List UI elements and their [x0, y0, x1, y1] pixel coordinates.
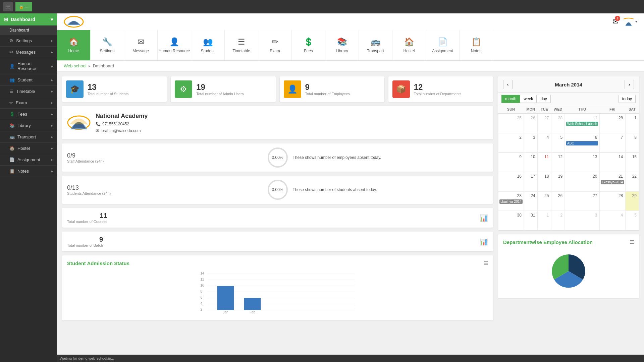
breadcrumb-root[interactable]: Web school: [64, 63, 87, 68]
mail-button[interactable]: ✉ 9: [612, 17, 619, 26]
cal-cell[interactable]: 4: [599, 211, 625, 230]
chart-menu-icon[interactable]: ☰: [484, 260, 488, 266]
cal-cell[interactable]: 19: [551, 172, 565, 191]
cal-cell[interactable]: 5: [551, 133, 565, 153]
calendar-month-button[interactable]: month: [501, 95, 520, 103]
nav-home-label: Home: [68, 49, 79, 53]
sidebar-item-library[interactable]: 📚Library ▸: [0, 120, 57, 131]
cal-cell-mar29[interactable]: 29: [625, 191, 639, 211]
sidebar-item-timetable[interactable]: ☰Timetable ▸: [0, 86, 57, 97]
nav-student[interactable]: 👥 Student: [191, 30, 225, 60]
nav-notes[interactable]: 📋 Notes: [460, 30, 493, 60]
status-bar: Waiting for demo.web-school.in...: [57, 355, 644, 362]
menu-icon[interactable]: ☰: [3, 2, 13, 11]
calendar-next-button[interactable]: ›: [625, 80, 634, 89]
nav-home[interactable]: 🏠 Home: [57, 30, 91, 60]
nav-exam-label: Exam: [270, 49, 280, 53]
sidebar-item-student[interactable]: 👥Student ▸: [0, 74, 57, 86]
cal-cell[interactable]: 16: [498, 172, 524, 191]
calendar-prev-button[interactable]: ‹: [503, 80, 513, 89]
cal-cell[interactable]: 4: [538, 133, 551, 153]
cal-cell[interactable]: 13: [565, 153, 599, 172]
sidebar-item-notes[interactable]: 📋Notes ▸: [0, 166, 57, 177]
cal-cell[interactable]: 25: [498, 114, 524, 133]
cal-cell[interactable]: 10: [524, 153, 538, 172]
cal-cell[interactable]: 28: [599, 191, 625, 211]
students-label: Total number of Students: [88, 92, 128, 96]
students-stat-icon: 🎓: [66, 80, 84, 98]
sidebar-item-dashboard[interactable]: Dashboard: [0, 25, 57, 35]
cal-cell[interactable]: 1: [625, 114, 639, 133]
cal-cell[interactable]: 2: [498, 133, 524, 153]
batch-info: 9 Total number of Batch: [67, 236, 103, 247]
library-icon: 📚: [9, 123, 15, 128]
cal-cell[interactable]: 2: [551, 211, 565, 230]
sidebar-item-transport[interactable]: 🚌Transport ▸: [0, 131, 57, 143]
lock-button[interactable]: 🔒 —: [15, 2, 32, 11]
cal-header-sat: SAT: [625, 105, 639, 114]
nav-assignment[interactable]: 📄 Assignment: [426, 30, 460, 60]
nav-fees[interactable]: 💲 Fees: [292, 30, 325, 60]
nav-human-resource[interactable]: 👤 Human Resource: [158, 30, 191, 60]
nav-settings[interactable]: 🔧 Settings: [91, 30, 124, 60]
courses-count: 11: [67, 212, 107, 220]
sidebar-dashboard-header[interactable]: ⊞ Dashboard ▾: [0, 13, 57, 25]
cal-cell[interactable]: 9: [498, 153, 524, 172]
cal-cell[interactable]: 30: [498, 211, 524, 230]
cal-cell[interactable]: 20: [565, 172, 599, 191]
svg-text:14: 14: [201, 272, 205, 275]
cal-cell[interactable]: 11: [538, 153, 551, 172]
exam-nav-icon: ✏: [272, 37, 278, 47]
sidebar-item-assignment[interactable]: 📄Assignment ▸: [0, 154, 57, 166]
sidebar-item-messages[interactable]: ✉Messages ▸: [0, 47, 57, 58]
fees-icon: 💲: [9, 112, 15, 117]
cal-cell[interactable]: 27: [565, 191, 599, 211]
user-avatar-button[interactable]: ▾: [624, 17, 637, 27]
admin-label: Total number of Admin Users: [196, 92, 244, 96]
cal-cell[interactable]: 18: [538, 172, 551, 191]
calendar-header: ‹ March 2014 ›: [498, 76, 639, 93]
nav-timetable[interactable]: ☰ Timetable: [225, 30, 258, 60]
nav-hostel[interactable]: 🏠 Hostel: [392, 30, 426, 60]
cal-cell[interactable]: 24: [524, 191, 538, 211]
svg-text:Feb: Feb: [250, 310, 256, 314]
cal-cell[interactable]: 22: [625, 172, 639, 191]
cal-cell[interactable]: 5: [625, 211, 639, 230]
nav-message[interactable]: ✉ Message: [124, 30, 158, 60]
calendar-day-button[interactable]: day: [537, 95, 550, 103]
calendar-week-button[interactable]: week: [520, 95, 537, 103]
chevron-icon: ▸: [51, 135, 53, 139]
cal-cell[interactable]: 26: [524, 114, 538, 133]
cal-cell-mar21[interactable]: 21 Lkashya-2014: [599, 172, 625, 191]
cal-cell-mar1[interactable]: 1 Web School Launch: [565, 114, 599, 133]
sidebar-item-settings[interactable]: ⚙Settings ▸: [0, 35, 57, 47]
cal-cell[interactable]: 17: [524, 172, 538, 191]
cal-cell[interactable]: 7: [599, 133, 625, 153]
dept-chart-menu-icon[interactable]: ☰: [630, 239, 634, 245]
cal-cell[interactable]: 8: [625, 133, 639, 153]
sidebar-item-exam[interactable]: ✏Exam ▸: [0, 97, 57, 109]
cal-cell[interactable]: 12: [551, 153, 565, 172]
school-phone: 📞 971555120452: [96, 122, 148, 126]
nav-transport[interactable]: 🚌 Transport: [359, 30, 392, 60]
cal-cell[interactable]: 28: [599, 114, 625, 133]
departments-stat-icon: 📦: [392, 80, 410, 98]
cal-cell[interactable]: 15: [625, 153, 639, 172]
cal-cell-mar23[interactable]: 23 Lkashya-2014: [498, 191, 524, 211]
cal-cell-mar6[interactable]: 6 ABC: [565, 133, 599, 153]
cal-cell[interactable]: 14: [599, 153, 625, 172]
nav-library[interactable]: 📚 Library: [325, 30, 359, 60]
cal-cell[interactable]: 28: [551, 114, 565, 133]
cal-cell[interactable]: 25: [538, 191, 551, 211]
sidebar-item-human-resource[interactable]: 👤Human Resource ▸: [0, 58, 57, 74]
calendar-today-button[interactable]: today: [619, 95, 636, 103]
cal-cell[interactable]: 26: [551, 191, 565, 211]
cal-cell[interactable]: 3: [524, 133, 538, 153]
cal-cell[interactable]: 31: [524, 211, 538, 230]
sidebar-item-hostel[interactable]: 🏠Hostel ▸: [0, 143, 57, 154]
cal-cell[interactable]: 3: [565, 211, 599, 230]
sidebar-item-fees[interactable]: 💲Fees ▸: [0, 109, 57, 120]
cal-cell[interactable]: 27: [538, 114, 551, 133]
cal-cell[interactable]: 1: [538, 211, 551, 230]
nav-exam[interactable]: ✏ Exam: [258, 30, 292, 60]
